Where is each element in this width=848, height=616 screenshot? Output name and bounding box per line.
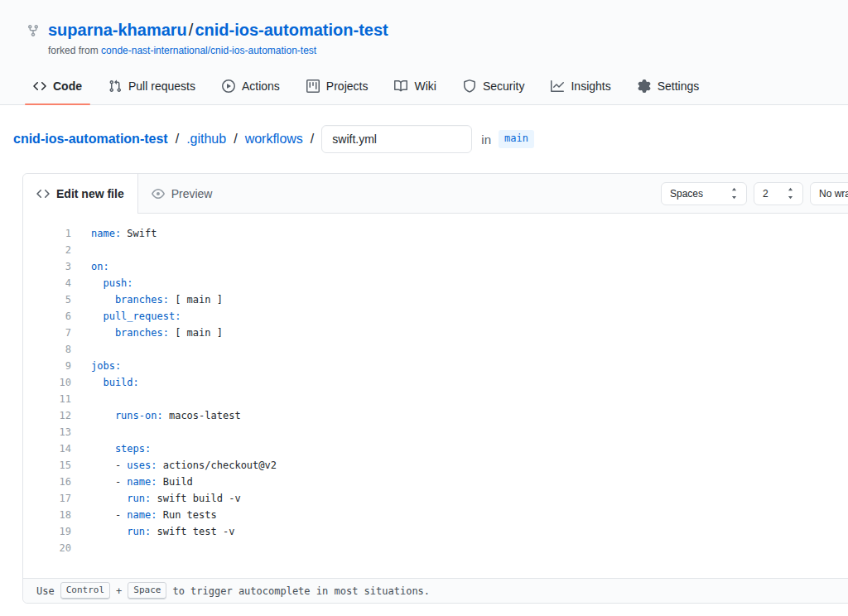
code-icon — [36, 187, 50, 200]
tab-label: Pull requests — [128, 79, 195, 93]
branch-badge[interactable]: main — [499, 130, 534, 148]
line-number: 3 — [23, 258, 71, 275]
code-line[interactable]: 10 build: — [23, 374, 848, 391]
line-content: - name: Build — [71, 474, 193, 490]
wrap-mode-select[interactable]: No wrap — [810, 182, 848, 205]
line-content: on: — [71, 258, 109, 275]
line-content — [71, 242, 91, 258]
line-content — [71, 341, 91, 358]
tab-label: Code — [53, 79, 82, 93]
repo-nav: Code Pull requests Actions Projects Wiki… — [0, 68, 848, 105]
code-editor[interactable]: 1name: Swift23on:4 push:5 branches: [ ma… — [23, 214, 848, 578]
code-line[interactable]: 8 — [23, 341, 848, 358]
breadcrumb-separator: / — [234, 132, 237, 147]
line-number: 4 — [23, 275, 71, 291]
line-number: 6 — [23, 308, 71, 325]
code-line[interactable]: 2 — [23, 242, 848, 258]
tab-label: Projects — [326, 79, 369, 93]
line-content: pull_request: — [71, 308, 181, 325]
tab-label: Insights — [571, 79, 610, 93]
tab-label: Edit new file — [56, 187, 124, 200]
indent-mode-value: Spaces — [670, 188, 703, 200]
line-content: - uses: actions/checkout@v2 — [71, 457, 277, 474]
graph-icon — [551, 79, 564, 93]
code-icon — [33, 79, 46, 93]
line-number: 18 — [23, 507, 71, 523]
code-line[interactable]: 20 — [23, 540, 848, 556]
project-icon — [306, 79, 320, 93]
line-number: 16 — [23, 474, 71, 490]
forked-from-label: forked from — [48, 45, 99, 56]
breadcrumb: cnid-ios-automation-test / .github / wor… — [0, 105, 848, 153]
repo-title-separator: / — [187, 21, 195, 39]
forked-from-link[interactable]: conde-nast-international/cnid-ios-automa… — [101, 45, 316, 56]
pull-request-icon — [108, 79, 122, 93]
tab-label: Security — [483, 79, 525, 93]
tab-preview[interactable]: Preview — [138, 174, 226, 213]
line-content: run: swift build -v — [71, 490, 241, 507]
code-line[interactable]: 3on: — [23, 258, 848, 275]
tab-security[interactable]: Security — [450, 68, 538, 104]
tab-label: Actions — [242, 79, 280, 93]
page-title: suparna-khamaru/cnid-ios-automation-test — [48, 18, 388, 41]
breadcrumb-repo-link[interactable]: cnid-ios-automation-test — [13, 132, 168, 147]
code-line[interactable]: 11 — [23, 391, 848, 407]
breadcrumb-github-link[interactable]: .github — [186, 132, 226, 147]
line-number: 1 — [23, 225, 71, 242]
tab-edit-new-file[interactable]: Edit new file — [23, 174, 138, 214]
indent-size-value: 2 — [763, 188, 768, 200]
updown-chevron-icon — [730, 187, 738, 200]
tab-label: Wiki — [414, 79, 436, 93]
breadcrumb-workflows-link[interactable]: workflows — [245, 132, 303, 147]
space-key: Space — [128, 582, 166, 599]
tab-insights[interactable]: Insights — [537, 68, 624, 104]
forked-from: forked from conde-nast-international/cni… — [48, 45, 822, 68]
code-line[interactable]: 4 push: — [23, 275, 848, 291]
hint-prefix: Use — [36, 585, 55, 597]
code-line[interactable]: 5 branches: [ main ] — [23, 291, 848, 308]
repo-owner-link[interactable]: suparna-khamaru — [48, 21, 187, 39]
code-line[interactable]: 17 run: swift build -v — [23, 490, 848, 507]
line-content: steps: — [71, 440, 151, 457]
indent-size-select[interactable]: 2 — [754, 182, 803, 205]
line-number: 8 — [23, 341, 71, 358]
code-line[interactable]: 7 branches: [ main ] — [23, 325, 848, 341]
tab-projects[interactable]: Projects — [293, 68, 382, 104]
code-line[interactable]: 16 - name: Build — [23, 474, 848, 490]
code-line[interactable]: 14 steps: — [23, 440, 848, 457]
line-number: 5 — [23, 291, 71, 308]
repo-name-link[interactable]: cnid-ios-automation-test — [195, 21, 388, 39]
line-content: jobs: — [71, 358, 121, 374]
line-number: 13 — [23, 424, 71, 440]
tab-pull-requests[interactable]: Pull requests — [95, 68, 209, 104]
code-line[interactable]: 18 - name: Run tests — [23, 507, 848, 523]
tab-label: Settings — [658, 79, 700, 93]
line-content: push: — [71, 275, 133, 291]
repo-title-row: suparna-khamaru/cnid-ios-automation-test — [26, 18, 822, 41]
line-content — [71, 391, 91, 407]
code-line[interactable]: 15 - uses: actions/checkout@v2 — [23, 457, 848, 474]
wrap-mode-value: No wrap — [819, 188, 848, 200]
code-line[interactable]: 1name: Swift — [23, 225, 848, 242]
tab-code[interactable]: Code — [20, 68, 95, 104]
indent-mode-select[interactable]: Spaces — [661, 182, 747, 205]
line-content: branches: [ main ] — [71, 291, 223, 308]
line-content: run: swift test -v — [71, 523, 234, 540]
tab-wiki[interactable]: Wiki — [381, 68, 449, 104]
filename-input[interactable] — [321, 125, 472, 153]
code-line[interactable]: 19 run: swift test -v — [23, 523, 848, 540]
code-line[interactable]: 12 runs-on: macos-latest — [23, 407, 848, 424]
shield-icon — [463, 79, 476, 93]
repo-forked-icon — [26, 24, 40, 37]
code-line[interactable]: 9jobs: — [23, 358, 848, 374]
line-number: 19 — [23, 523, 71, 540]
line-number: 7 — [23, 325, 71, 341]
line-number: 15 — [23, 457, 71, 474]
tab-settings[interactable]: Settings — [624, 68, 713, 104]
line-content: build: — [71, 374, 139, 391]
code-line[interactable]: 13 — [23, 424, 848, 440]
line-number: 10 — [23, 374, 71, 391]
code-line[interactable]: 6 pull_request: — [23, 308, 848, 325]
autocomplete-hint-bar: Use Control + Space to trigger autocompl… — [23, 578, 848, 603]
tab-actions[interactable]: Actions — [209, 68, 293, 104]
